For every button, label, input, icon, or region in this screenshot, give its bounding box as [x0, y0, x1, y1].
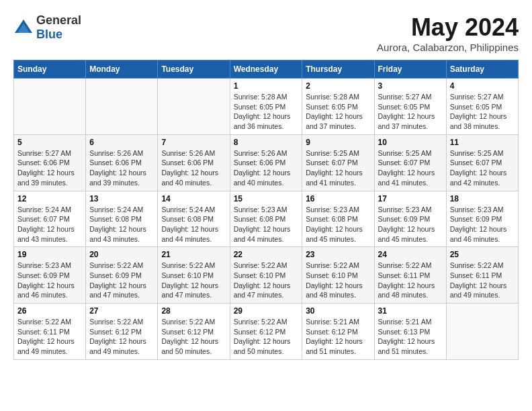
calendar-cell: 3Sunrise: 5:27 AM Sunset: 6:05 PM Daylig…: [374, 79, 446, 135]
calendar-cell: 31Sunrise: 5:21 AM Sunset: 6:13 PM Dayli…: [374, 304, 446, 360]
day-number: 10: [378, 138, 443, 147]
day-number: 20: [89, 250, 154, 259]
calendar-cell: 13Sunrise: 5:24 AM Sunset: 6:08 PM Dayli…: [86, 191, 158, 247]
calendar-cell: 28Sunrise: 5:22 AM Sunset: 6:12 PM Dayli…: [158, 304, 230, 360]
day-number: 8: [234, 138, 299, 147]
day-info: Sunrise: 5:28 AM Sunset: 6:05 PM Dayligh…: [306, 92, 370, 132]
header-monday: Monday: [86, 60, 158, 79]
calendar-cell: 29Sunrise: 5:22 AM Sunset: 6:12 PM Dayli…: [230, 304, 302, 360]
day-info: Sunrise: 5:24 AM Sunset: 6:08 PM Dayligh…: [161, 205, 226, 244]
day-info: Sunrise: 5:22 AM Sunset: 6:12 PM Dayligh…: [89, 317, 154, 357]
day-info: Sunrise: 5:22 AM Sunset: 6:10 PM Dayligh…: [161, 261, 226, 300]
calendar-table: SundayMondayTuesdayWednesdayThursdayFrid…: [13, 60, 519, 360]
header-saturday: Saturday: [446, 60, 518, 79]
day-number: 23: [306, 250, 370, 259]
week-row-2: 5Sunrise: 5:27 AM Sunset: 6:06 PM Daylig…: [14, 134, 519, 191]
calendar-cell: 16Sunrise: 5:23 AM Sunset: 6:08 PM Dayli…: [302, 191, 374, 247]
day-info: Sunrise: 5:26 AM Sunset: 6:06 PM Dayligh…: [234, 148, 299, 188]
calendar-cell: [14, 79, 86, 135]
day-info: Sunrise: 5:23 AM Sunset: 6:08 PM Dayligh…: [306, 205, 370, 244]
page-header: General Blue May 2024 Aurora, Calabarzon…: [13, 13, 519, 53]
day-number: 30: [306, 306, 370, 316]
week-row-4: 19Sunrise: 5:23 AM Sunset: 6:09 PM Dayli…: [14, 247, 519, 304]
day-number: 26: [17, 306, 82, 316]
calendar-cell: 10Sunrise: 5:25 AM Sunset: 6:07 PM Dayli…: [374, 134, 446, 191]
day-info: Sunrise: 5:21 AM Sunset: 6:13 PM Dayligh…: [378, 317, 443, 357]
calendar-cell: 25Sunrise: 5:22 AM Sunset: 6:11 PM Dayli…: [446, 247, 518, 304]
calendar-cell: 4Sunrise: 5:27 AM Sunset: 6:05 PM Daylig…: [446, 79, 518, 135]
day-number: 14: [161, 194, 226, 203]
day-info: Sunrise: 5:25 AM Sunset: 6:07 PM Dayligh…: [306, 148, 370, 188]
calendar-cell: 8Sunrise: 5:26 AM Sunset: 6:06 PM Daylig…: [230, 134, 302, 191]
calendar-cell: 11Sunrise: 5:25 AM Sunset: 6:07 PM Dayli…: [446, 134, 518, 191]
day-info: Sunrise: 5:25 AM Sunset: 6:07 PM Dayligh…: [378, 148, 443, 188]
calendar-cell: [446, 304, 518, 360]
calendar-cell: 18Sunrise: 5:23 AM Sunset: 6:09 PM Dayli…: [446, 191, 518, 247]
header-tuesday: Tuesday: [158, 60, 230, 79]
day-number: 19: [17, 250, 82, 259]
day-info: Sunrise: 5:22 AM Sunset: 6:12 PM Dayligh…: [161, 317, 226, 357]
header-thursday: Thursday: [302, 60, 374, 79]
day-info: Sunrise: 5:22 AM Sunset: 6:10 PM Dayligh…: [234, 261, 299, 300]
week-row-1: 1Sunrise: 5:28 AM Sunset: 6:05 PM Daylig…: [14, 79, 519, 135]
day-number: 31: [378, 306, 443, 316]
day-number: 5: [17, 138, 82, 147]
day-info: Sunrise: 5:26 AM Sunset: 6:06 PM Dayligh…: [89, 148, 154, 188]
calendar-cell: [86, 79, 158, 135]
logo: General Blue: [13, 13, 81, 42]
day-number: 2: [306, 81, 370, 91]
calendar-cell: 5Sunrise: 5:27 AM Sunset: 6:06 PM Daylig…: [14, 134, 86, 191]
calendar-cell: 17Sunrise: 5:23 AM Sunset: 6:09 PM Dayli…: [374, 191, 446, 247]
month-title: May 2024: [377, 13, 519, 42]
day-info: Sunrise: 5:22 AM Sunset: 6:11 PM Dayligh…: [378, 261, 443, 300]
calendar-cell: 27Sunrise: 5:22 AM Sunset: 6:12 PM Dayli…: [86, 304, 158, 360]
calendar-cell: 7Sunrise: 5:26 AM Sunset: 6:06 PM Daylig…: [158, 134, 230, 191]
day-info: Sunrise: 5:22 AM Sunset: 6:10 PM Dayligh…: [306, 261, 370, 300]
day-number: 27: [89, 306, 154, 316]
calendar-cell: 23Sunrise: 5:22 AM Sunset: 6:10 PM Dayli…: [302, 247, 374, 304]
day-info: Sunrise: 5:23 AM Sunset: 6:08 PM Dayligh…: [234, 205, 299, 244]
day-info: Sunrise: 5:22 AM Sunset: 6:12 PM Dayligh…: [234, 317, 299, 357]
day-number: 21: [161, 250, 226, 259]
day-info: Sunrise: 5:25 AM Sunset: 6:07 PM Dayligh…: [450, 148, 515, 188]
day-number: 25: [450, 250, 515, 259]
location-title: Aurora, Calabarzon, Philippines: [377, 42, 519, 53]
day-number: 4: [450, 81, 515, 91]
calendar-cell: 2Sunrise: 5:28 AM Sunset: 6:05 PM Daylig…: [302, 79, 374, 135]
day-info: Sunrise: 5:26 AM Sunset: 6:06 PM Dayligh…: [161, 148, 226, 188]
day-number: 22: [234, 250, 299, 259]
calendar-cell: 24Sunrise: 5:22 AM Sunset: 6:11 PM Dayli…: [374, 247, 446, 304]
calendar-cell: 26Sunrise: 5:22 AM Sunset: 6:11 PM Dayli…: [14, 304, 86, 360]
day-number: 12: [17, 194, 82, 203]
day-info: Sunrise: 5:23 AM Sunset: 6:09 PM Dayligh…: [17, 261, 82, 300]
day-info: Sunrise: 5:22 AM Sunset: 6:11 PM Dayligh…: [17, 317, 82, 357]
header-sunday: Sunday: [14, 60, 86, 79]
day-number: 15: [234, 194, 299, 203]
day-number: 3: [378, 81, 443, 91]
day-number: 18: [450, 194, 515, 203]
day-number: 7: [161, 138, 226, 147]
day-info: Sunrise: 5:21 AM Sunset: 6:12 PM Dayligh…: [306, 317, 370, 357]
day-number: 9: [306, 138, 370, 147]
calendar-cell: [158, 79, 230, 135]
day-number: 28: [161, 306, 226, 316]
day-number: 1: [234, 81, 299, 91]
day-number: 24: [378, 250, 443, 259]
logo-blue: Blue: [36, 28, 62, 41]
day-number: 29: [234, 306, 299, 316]
day-info: Sunrise: 5:22 AM Sunset: 6:11 PM Dayligh…: [450, 261, 515, 300]
day-number: 6: [89, 138, 154, 147]
day-info: Sunrise: 5:23 AM Sunset: 6:09 PM Dayligh…: [450, 205, 515, 244]
calendar-cell: 19Sunrise: 5:23 AM Sunset: 6:09 PM Dayli…: [14, 247, 86, 304]
day-number: 13: [89, 194, 154, 203]
calendar-cell: 9Sunrise: 5:25 AM Sunset: 6:07 PM Daylig…: [302, 134, 374, 191]
day-info: Sunrise: 5:23 AM Sunset: 6:09 PM Dayligh…: [378, 205, 443, 244]
day-info: Sunrise: 5:27 AM Sunset: 6:05 PM Dayligh…: [378, 92, 443, 132]
calendar-cell: 15Sunrise: 5:23 AM Sunset: 6:08 PM Dayli…: [230, 191, 302, 247]
title-area: May 2024 Aurora, Calabarzon, Philippines: [377, 13, 519, 53]
header-wednesday: Wednesday: [230, 60, 302, 79]
calendar-cell: 21Sunrise: 5:22 AM Sunset: 6:10 PM Dayli…: [158, 247, 230, 304]
day-info: Sunrise: 5:27 AM Sunset: 6:06 PM Dayligh…: [17, 148, 82, 188]
logo-icon: [13, 18, 34, 37]
day-info: Sunrise: 5:22 AM Sunset: 6:09 PM Dayligh…: [89, 261, 154, 300]
